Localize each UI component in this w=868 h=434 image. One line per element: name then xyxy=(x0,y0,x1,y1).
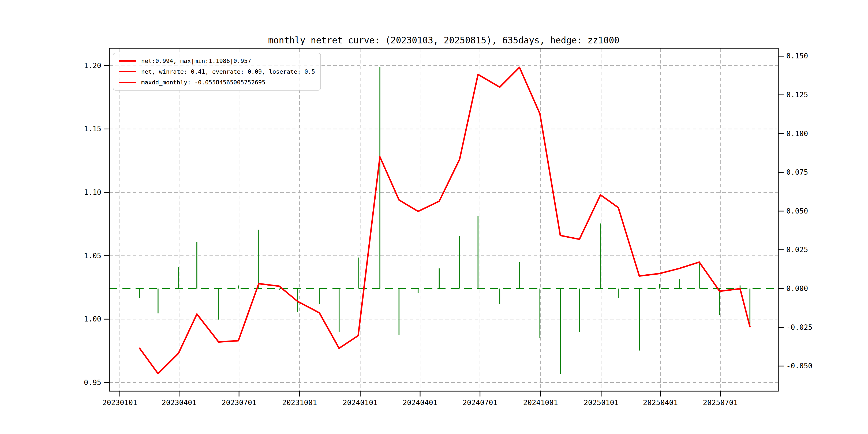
maxdd-line-swatch xyxy=(119,82,136,83)
x-tick-label: 20230101 xyxy=(102,398,137,407)
x-tick-label: 20250401 xyxy=(643,398,678,407)
right-tick-label: 0.100 xyxy=(786,129,808,138)
legend-item-winrate: net, winrate: 0.41, evenrate: 0.09, lose… xyxy=(119,68,315,75)
right-tick-label: 0.075 xyxy=(786,168,808,176)
left-axis-ticks: 1.201.151.101.051.000.95 xyxy=(84,61,109,386)
right-tick-label: -0.025 xyxy=(786,323,812,331)
monthly-return-bars xyxy=(140,67,750,374)
legend-label-winrate: net, winrate: 0.41, evenrate: 0.09, lose… xyxy=(141,68,315,75)
x-tick-label: 20231001 xyxy=(282,398,317,407)
grid-horizontal-lines xyxy=(109,66,778,382)
x-tick-label: 20240701 xyxy=(463,398,497,407)
right-tick-label: 0.125 xyxy=(786,91,808,99)
legend-item-maxdd: maxdd_monthly: -0.05584565005752695 xyxy=(119,79,315,86)
x-tick-label: 20230401 xyxy=(161,398,196,407)
x-tick-label: 20241001 xyxy=(523,398,558,407)
legend-label-net-summary: net:0.994, max|min:1.1986|0.957 xyxy=(141,58,251,64)
legend-item-net-summary: net:0.994, max|min:1.1986|0.957 xyxy=(119,58,315,64)
x-tick-label: 20250701 xyxy=(703,398,738,407)
legend-box: net:0.994, max|min:1.1986|0.957 net, win… xyxy=(113,53,321,91)
right-tick-label: -0.050 xyxy=(786,362,812,370)
left-tick-label: 0.95 xyxy=(84,378,101,386)
x-axis-ticks: 2023010120230401202307012023100120240101… xyxy=(102,391,738,407)
x-tick-label: 20240401 xyxy=(403,398,437,407)
chart-title: monthly netret curve: (20230103, 2025081… xyxy=(109,34,778,46)
right-tick-label: 0.150 xyxy=(786,52,808,60)
left-tick-label: 1.00 xyxy=(84,315,101,323)
net-curve-line xyxy=(140,67,750,374)
x-tick-label: 20240101 xyxy=(343,398,377,407)
left-tick-label: 1.20 xyxy=(84,61,101,70)
right-tick-label: 0.025 xyxy=(786,245,808,254)
x-tick-label: 20230701 xyxy=(222,398,256,407)
left-tick-label: 1.05 xyxy=(84,252,101,260)
legend-label-maxdd: maxdd_monthly: -0.05584565005752695 xyxy=(141,79,266,86)
grid-vertical-lines xyxy=(120,48,720,391)
plot-border xyxy=(109,48,778,391)
right-tick-label: 0.000 xyxy=(786,284,808,292)
x-tick-label: 20250101 xyxy=(584,398,619,407)
net-line-swatch xyxy=(119,60,136,62)
left-tick-label: 1.15 xyxy=(84,125,101,133)
right-axis-ticks: 0.1500.1250.1000.0750.0500.0250.000-0.02… xyxy=(778,52,812,370)
winrate-line-swatch xyxy=(119,71,136,72)
netret-chart-figure: 1.201.151.101.051.000.950.1500.1250.1000… xyxy=(0,0,868,434)
right-tick-label: 0.050 xyxy=(786,207,808,215)
left-tick-label: 1.10 xyxy=(84,188,101,196)
